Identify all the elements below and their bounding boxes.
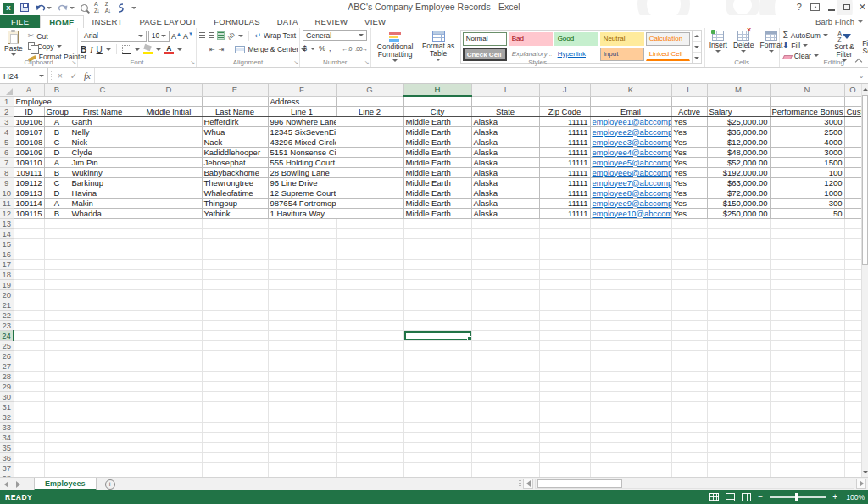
cell[interactable]: 987654 Fortromoper Road xyxy=(268,198,336,208)
cell[interactable] xyxy=(44,371,70,381)
cell[interactable]: 3000 xyxy=(770,147,844,157)
cell[interactable] xyxy=(539,340,590,350)
column-header-O[interactable]: O xyxy=(844,84,861,96)
cell[interactable]: D xyxy=(44,188,70,198)
cell[interactable] xyxy=(590,330,671,340)
cell[interactable] xyxy=(590,96,671,106)
cell[interactable] xyxy=(202,350,268,361)
cell[interactable] xyxy=(70,462,136,473)
cell[interactable]: D xyxy=(44,147,70,157)
cell[interactable] xyxy=(671,401,707,412)
cell[interactable]: 100 xyxy=(770,167,844,177)
cell[interactable] xyxy=(844,452,861,462)
cell[interactable]: 96 Line Drive xyxy=(268,177,336,188)
cell[interactable] xyxy=(707,361,770,371)
cell[interactable]: 109111 xyxy=(14,167,44,177)
cell[interactable] xyxy=(268,442,336,452)
row-header-22[interactable]: 22 xyxy=(0,310,14,320)
cell[interactable] xyxy=(14,401,44,412)
shrink-font-button[interactable]: A▼ xyxy=(183,31,193,41)
cell[interactable] xyxy=(590,238,671,249)
touch-mode-icon[interactable] xyxy=(116,3,125,13)
cell[interactable] xyxy=(202,279,268,289)
help-icon[interactable]: ? xyxy=(797,1,802,13)
column-header-F[interactable]: F xyxy=(268,84,336,96)
cell[interactable] xyxy=(44,412,70,422)
cell[interactable] xyxy=(590,422,671,432)
cell[interactable]: Middle Earth xyxy=(403,157,471,167)
cell[interactable] xyxy=(336,289,403,300)
cell[interactable] xyxy=(770,350,844,361)
row-header-10[interactable]: 10 xyxy=(0,188,14,198)
column-header-J[interactable]: J xyxy=(539,84,590,96)
cell[interactable] xyxy=(136,198,202,208)
cell[interactable] xyxy=(707,279,770,289)
cell[interactable]: 109106 xyxy=(14,116,44,126)
cell[interactable] xyxy=(202,249,268,259)
row-header-15[interactable]: 15 xyxy=(0,238,14,249)
cell[interactable] xyxy=(671,249,707,259)
cell[interactable] xyxy=(403,401,471,412)
cell[interactable]: Whua xyxy=(202,126,268,137)
cell[interactable] xyxy=(14,432,44,442)
cell[interactable]: employee7@abccompa xyxy=(590,177,671,188)
cell[interactable] xyxy=(770,249,844,259)
cell[interactable] xyxy=(671,412,707,422)
tab-data[interactable]: DATA xyxy=(269,15,307,28)
cell[interactable] xyxy=(136,259,202,269)
cell[interactable] xyxy=(44,249,70,259)
cell[interactable] xyxy=(590,350,671,361)
cell[interactable] xyxy=(471,371,539,381)
cell[interactable] xyxy=(707,228,770,238)
accounting-format-icon[interactable]: $ xyxy=(303,44,307,53)
cell[interactable] xyxy=(539,432,590,442)
row-header-20[interactable]: 20 xyxy=(0,289,14,300)
cell[interactable]: $25,000.00 xyxy=(707,116,770,126)
cell[interactable] xyxy=(136,228,202,238)
cell[interactable] xyxy=(844,442,861,452)
cell[interactable] xyxy=(403,350,471,361)
cell[interactable] xyxy=(14,218,44,228)
cell[interactable]: Havina xyxy=(70,188,136,198)
name-box[interactable]: H24 xyxy=(0,68,48,83)
cell[interactable] xyxy=(268,381,336,391)
cell[interactable] xyxy=(539,310,590,320)
horizontal-scrollbar[interactable] xyxy=(519,478,866,490)
cell[interactable] xyxy=(471,391,539,401)
cell[interactable] xyxy=(336,340,403,350)
cell[interactable] xyxy=(539,442,590,452)
cell[interactable]: Address xyxy=(268,96,336,106)
cell[interactable] xyxy=(336,228,403,238)
cell[interactable] xyxy=(336,350,403,361)
cell[interactable]: Middle Earth xyxy=(403,198,471,208)
cell[interactable] xyxy=(336,147,403,157)
cell[interactable]: employee6@abccompa xyxy=(590,167,671,177)
cell[interactable]: Yes xyxy=(671,137,707,147)
save-icon[interactable] xyxy=(20,3,29,12)
select-all-corner[interactable] xyxy=(0,84,14,96)
cell[interactable] xyxy=(70,442,136,452)
cell[interactable] xyxy=(14,228,44,238)
vertical-scrollbar[interactable] xyxy=(861,84,868,477)
cell[interactable] xyxy=(136,218,202,228)
column-header-K[interactable]: K xyxy=(590,84,671,96)
cell[interactable] xyxy=(70,320,136,330)
cell[interactable] xyxy=(403,310,471,320)
cell[interactable] xyxy=(590,391,671,401)
cell[interactable] xyxy=(403,320,471,330)
cell[interactable] xyxy=(707,381,770,391)
column-header-L[interactable]: L xyxy=(671,84,707,96)
cell[interactable] xyxy=(14,289,44,300)
cell[interactable]: Yathink xyxy=(202,208,268,218)
cell[interactable] xyxy=(202,228,268,238)
cell[interactable] xyxy=(202,96,268,106)
cell[interactable]: Employee xyxy=(14,96,70,106)
cell[interactable] xyxy=(770,340,844,350)
cell[interactable] xyxy=(671,432,707,442)
cell[interactable] xyxy=(539,238,590,249)
cell[interactable] xyxy=(403,289,471,300)
cancel-icon[interactable]: × xyxy=(53,68,67,83)
cell[interactable] xyxy=(202,442,268,452)
cell[interactable] xyxy=(136,167,202,177)
cell[interactable] xyxy=(539,218,590,228)
